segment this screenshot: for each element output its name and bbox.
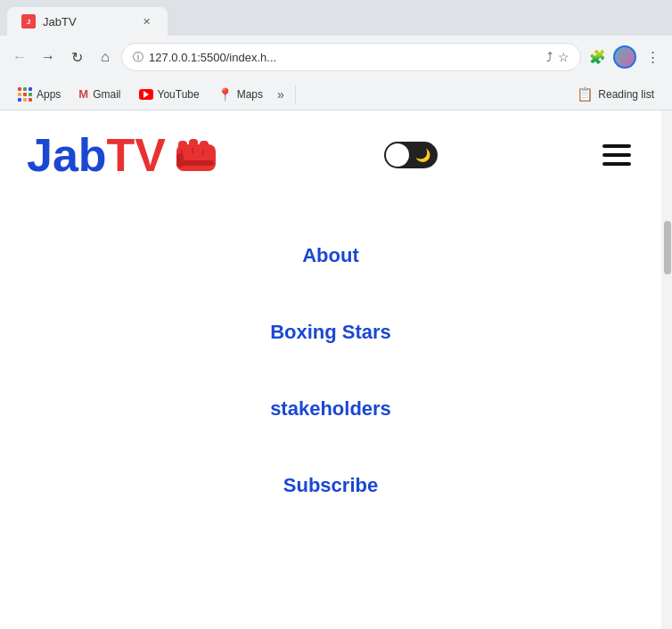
reading-list-button[interactable]: 📋 Reading list: [570, 83, 661, 106]
tab-close-button[interactable]: ✕: [139, 14, 153, 29]
hamburger-menu[interactable]: [599, 141, 635, 169]
logo-jab-text: Jab: [27, 128, 107, 182]
lock-icon: ⓘ: [133, 50, 143, 65]
nav-item-stakeholders[interactable]: stakeholders: [0, 371, 661, 447]
logo-fist-icon: [169, 128, 223, 182]
svg-rect-3: [200, 141, 209, 159]
browser-nav-bar: ← → ↻ ⌂ ⓘ 127.0.0.1:5500/index.h... ⤴ ☆ …: [0, 36, 672, 78]
nav-item-subscribe[interactable]: Subscribe: [0, 447, 661, 524]
toggle-knob: [386, 143, 409, 167]
bookmarks-bar: Apps M Gmail YouTube 📍 Maps » 📋 Reading …: [0, 78, 672, 110]
scrollbar-thumb[interactable]: [664, 221, 671, 274]
site-header: Jab TV: [0, 110, 661, 200]
youtube-label: YouTube: [158, 88, 200, 101]
content-area: Jab TV: [0, 110, 672, 629]
gmail-label: Gmail: [93, 88, 120, 101]
tab-title: JabTV: [43, 15, 77, 29]
tab-favicon: J: [21, 14, 36, 29]
dark-mode-toggle[interactable]: 🌙: [384, 142, 438, 168]
apps-grid-icon: [18, 87, 32, 102]
youtube-icon: [139, 89, 153, 100]
browser-window: J JabTV ✕ ← → ↻ ⌂ ⓘ 127.0.0.1:5500/index…: [0, 0, 672, 629]
nav-item-about[interactable]: About: [0, 217, 661, 294]
nav-item-boxing-stars[interactable]: Boxing Stars: [0, 294, 661, 371]
bookmarks-separator: [295, 86, 296, 103]
profile-avatar[interactable]: [613, 45, 636, 69]
logo: Jab TV: [27, 128, 223, 182]
address-bar[interactable]: ⓘ 127.0.0.1:5500/index.h... ⤴ ☆: [121, 43, 581, 71]
page-content: Jab TV: [0, 110, 661, 629]
reload-button[interactable]: ↻: [64, 45, 89, 69]
logo-tv-text: TV: [107, 128, 166, 182]
bookmark-maps[interactable]: 📍 Maps: [210, 84, 270, 105]
reading-list-icon: 📋: [577, 86, 594, 102]
share-icon: ⤴: [546, 50, 553, 64]
maps-icon: 📍: [217, 87, 233, 102]
extensions-button[interactable]: 🧩: [585, 45, 610, 69]
moon-icon: 🌙: [415, 148, 430, 162]
apps-label: Apps: [37, 88, 61, 101]
gmail-icon: M: [78, 87, 88, 101]
tab-bar: J JabTV ✕: [0, 0, 672, 36]
active-tab[interactable]: J JabTV ✕: [7, 7, 168, 36]
nav-right-icons: 🧩 ⋮: [585, 45, 665, 69]
hamburger-line-1: [602, 144, 631, 148]
hamburger-line-3: [602, 162, 631, 166]
reading-list-label: Reading list: [598, 88, 654, 101]
bookmark-apps[interactable]: Apps: [11, 84, 68, 105]
forward-button[interactable]: →: [36, 45, 61, 69]
scrollbar[interactable]: [661, 221, 672, 629]
svg-rect-2: [189, 139, 198, 159]
svg-rect-5: [178, 160, 214, 166]
bookmark-star-icon: ☆: [558, 50, 570, 64]
maps-label: Maps: [237, 88, 263, 101]
bookmark-youtube[interactable]: YouTube: [132, 85, 207, 104]
menu-button[interactable]: ⋮: [640, 45, 665, 69]
hamburger-line-2: [602, 153, 631, 157]
home-button[interactable]: ⌂: [93, 45, 118, 69]
bookmark-gmail[interactable]: M Gmail: [71, 84, 127, 104]
nav-menu: About Boxing Stars stakeholders Subscrib…: [0, 200, 661, 542]
back-button[interactable]: ←: [7, 45, 32, 69]
more-bookmarks-button[interactable]: »: [274, 84, 288, 105]
url-text: 127.0.0.1:5500/index.h...: [149, 51, 541, 64]
